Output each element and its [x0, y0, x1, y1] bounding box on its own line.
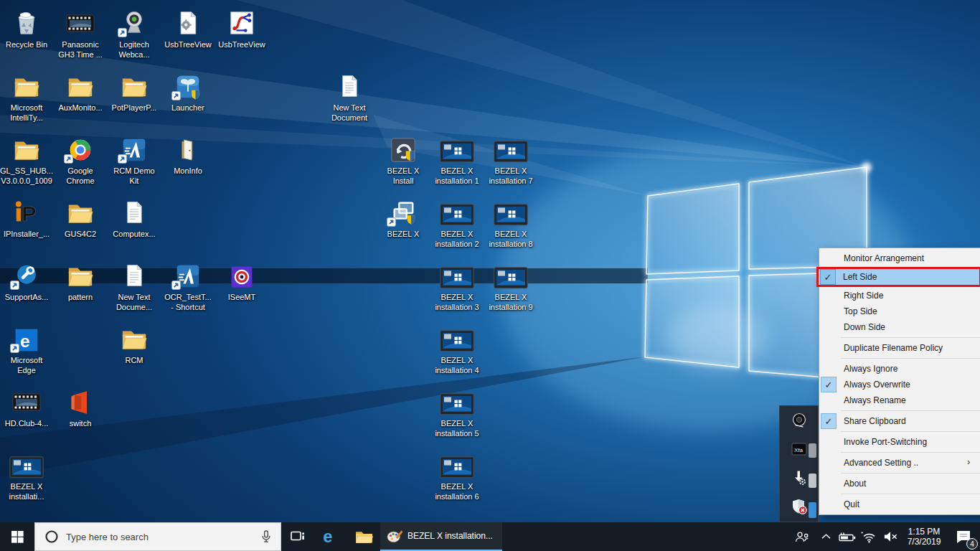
desktop-icon-label: BEZEL X installation 8	[483, 229, 539, 249]
desktop-icon-bezel-x-installation-2[interactable]: BEZEL X installation 2	[429, 197, 485, 249]
folder-icon	[63, 197, 98, 227]
menu-item-invoke-port-switching[interactable]: Invoke Port-Switching	[819, 434, 980, 450]
desktop-icon-bezel-x-installation-6[interactable]: BEZEL X installation 6	[429, 449, 485, 501]
volume-button[interactable]	[880, 522, 901, 551]
desktop-icon-new-text-document[interactable]: New Text Document	[321, 70, 377, 123]
taskbar-clock[interactable]: 1:15 PM7/3/2019	[901, 522, 947, 551]
desktop-icon-logitech-webca[interactable]: Logitech Webca...	[106, 7, 162, 60]
desktop-icon-usbtreeview[interactable]: UsbTreeView	[214, 7, 270, 50]
menu-separator	[841, 358, 980, 359]
search-input[interactable]: Type here to search	[34, 522, 281, 551]
menu-item-monitor-arrangement[interactable]: Monitor Arrangement	[819, 250, 980, 266]
desktop-icon-bezel-x-installati[interactable]: BEZEL X installati...	[0, 449, 55, 501]
desktop-icon-label: UsbTreeView	[214, 39, 270, 50]
desktop-icon-bezel-x-installation-3[interactable]: BEZEL X installation 3	[429, 260, 485, 312]
desktop-icon-switch[interactable]: switch	[52, 386, 108, 428]
bezel-thumb-icon	[440, 260, 474, 290]
menu-item-share-clipboard[interactable]: ✓Share Clipboard	[819, 413, 980, 429]
edge-taskbar-button[interactable]: e	[314, 522, 347, 551]
bezel-x-icon	[386, 197, 420, 227]
desktop-icon-label: RCM	[106, 355, 162, 365]
system-tray: * 1:15 PM7/3/2019 4	[789, 522, 980, 551]
desktop-icon-ipinstaller[interactable]: PIPInstaller_...	[0, 197, 55, 239]
tray-context-menu: Monitor Arrangement✓Left SideRight SideT…	[819, 248, 980, 515]
menu-item-label: Right Side	[844, 291, 883, 301]
desktop-icon-computex[interactable]: Computex...	[106, 197, 162, 239]
desktop-icon-pattern[interactable]: pattern	[52, 260, 108, 302]
task-view-icon	[291, 529, 305, 544]
task-view-button[interactable]	[281, 522, 314, 551]
menu-item-advanced-setting[interactable]: Advanced Setting ..›	[819, 455, 980, 471]
checkmark-icon: ✓	[821, 377, 837, 392]
desktop-icon-bezel-x-install[interactable]: BEZEL X Install	[375, 133, 431, 186]
people-button[interactable]	[789, 522, 815, 551]
desktop-icon-bezel-x-installation-8[interactable]: BEZEL X installation 8	[483, 197, 539, 249]
xfa-tray-icon[interactable]: Xfa	[791, 441, 808, 458]
desktop-icon-recycle-bin[interactable]: Recycle Bin	[0, 7, 55, 50]
defender-alert-tray-icon[interactable]	[791, 498, 808, 515]
menu-item-top-side[interactable]: Top Side	[819, 303, 980, 319]
network-status-button[interactable]: *	[858, 522, 880, 551]
menu-item-label: Invoke Port-Switching	[844, 437, 927, 447]
menu-item-always-ignore[interactable]: Always Ignore	[819, 361, 980, 377]
hidden-tray-icon-sliver	[809, 502, 816, 518]
desktop-icon-label: BEZEL X installation 7	[483, 166, 539, 186]
menu-item-right-side[interactable]: Right Side	[819, 288, 980, 303]
desktop-icon-bezel-x-installation-4[interactable]: BEZEL X installation 4	[429, 323, 485, 375]
desktop-icon-ocr-testt-shortcut[interactable]: OCR_TestT... - Shortcut	[160, 260, 216, 312]
desktop-icon-rcm-demo-kit[interactable]: RCM Demo Kit	[106, 133, 162, 186]
menu-item-label: Always Ignore	[844, 364, 897, 374]
menu-item-always-overwrite[interactable]: ✓Always Overwrite	[819, 377, 980, 392]
desktop-icon-bezel-x-installation-5[interactable]: BEZEL X installation 5	[429, 386, 485, 438]
desktop-icon-gl-ss-hub-v3-0-0-0-1009[interactable]: GL_SS_HUB... V3.0.0.0_1009	[0, 133, 55, 186]
menu-item-about[interactable]: About	[819, 476, 980, 491]
desktop-icon-supportas[interactable]: SupportAs...	[0, 260, 55, 302]
menu-item-duplicate-filename-policy[interactable]: Duplicate Filename Policy	[819, 340, 980, 356]
desktop-icon-bezel-x-installation-9[interactable]: BEZEL X installation 9	[483, 260, 539, 312]
paint-palette-icon	[387, 529, 402, 543]
webcam-tray-icon[interactable]	[791, 412, 808, 429]
usb-download-gear-tray-icon[interactable]	[791, 469, 808, 486]
chrome-icon	[63, 133, 98, 164]
desktop-icon-new-text-docume[interactable]: New Text Docume...	[106, 260, 162, 312]
desktop-icon-label: switch	[52, 418, 108, 428]
menu-item-down-side[interactable]: Down Side	[819, 319, 980, 335]
doc-icon	[117, 260, 151, 290]
tray-overflow-chevron-button[interactable]	[815, 522, 837, 551]
desktop-icon-panasonic-gh3-time[interactable]: Panasonic GH3 Time ...	[52, 7, 108, 60]
desktop-icon-label: BEZEL X	[375, 229, 431, 239]
taskbar-app-bezel-x-installation[interactable]: BEZEL X installation...	[380, 522, 502, 551]
desktop-icon-launcher[interactable]: Launcher	[160, 70, 216, 113]
desktop-icon-bezel-x-installation-7[interactable]: BEZEL X installation 7	[483, 133, 539, 186]
desktop-icon-iseemt[interactable]: ISeeMT	[214, 260, 270, 302]
file-explorer-taskbar-button[interactable]	[347, 522, 380, 551]
action-center-button[interactable]: 4	[947, 522, 980, 551]
desktop-icon-auxmonito[interactable]: AuxMonito...	[52, 70, 108, 113]
desktop-icon-bezel-x[interactable]: BEZEL X	[375, 197, 431, 239]
desktop-icon-potplayerp[interactable]: PotPlayerP...	[106, 70, 162, 113]
battery-status-button[interactable]	[837, 522, 858, 551]
menu-item-label: Always Overwrite	[844, 380, 910, 390]
desktop-icon-label: BEZEL X installation 2	[429, 229, 485, 249]
submenu-chevron-icon: ›	[967, 456, 970, 467]
desktop-icon-moninfo[interactable]: MonInfo	[160, 133, 216, 176]
microphone-icon[interactable]	[260, 529, 273, 544]
desktop-icon-usbtreeview[interactable]: UsbTreeView	[160, 7, 216, 50]
bezel-thumb-icon	[494, 260, 528, 290]
desktop-icon-google-chrome[interactable]: Google Chrome	[52, 133, 108, 186]
desktop-icon-label: BEZEL X installation 4	[429, 355, 485, 375]
menu-item-quit[interactable]: Quit	[819, 496, 980, 512]
desktop-icon-label: Computex...	[106, 229, 162, 239]
svg-text:P: P	[22, 201, 36, 225]
desktop-icon-microsoft-edge[interactable]: eMicrosoft Edge	[0, 323, 55, 375]
start-button[interactable]	[0, 522, 34, 551]
desktop-icon-hd-club-4[interactable]: HD.Club-4...	[0, 386, 55, 428]
menu-item-left-side[interactable]: ✓Left Side	[819, 269, 979, 285]
desktop-icon-bezel-x-installation-1[interactable]: BEZEL X installation 1	[429, 133, 485, 186]
svg-text:e: e	[20, 331, 30, 351]
desktop-icon-gus4c2[interactable]: GUS4C2	[52, 197, 108, 239]
menu-item-always-rename[interactable]: Always Rename	[819, 392, 980, 408]
desktop-icon-rcm[interactable]: RCM	[106, 323, 162, 365]
desktop-icon-microsoft-intellity[interactable]: Microsoft IntelliTy...	[0, 70, 55, 123]
svg-text:*: *	[861, 531, 863, 537]
